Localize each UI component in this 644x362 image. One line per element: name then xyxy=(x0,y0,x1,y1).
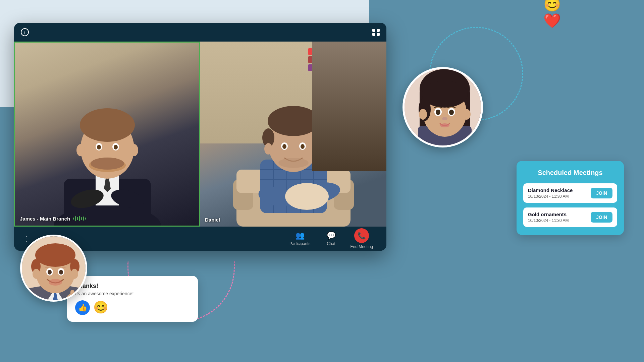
svg-point-50 xyxy=(419,109,427,120)
svg-point-39 xyxy=(264,143,272,155)
avatar-woman xyxy=(402,67,483,147)
meeting-item-0: Diamond Necklace 10/10/2024 - 11:30 AM J… xyxy=(523,183,617,203)
svg-point-29 xyxy=(285,183,329,210)
svg-point-55 xyxy=(449,110,454,115)
end-meeting-icon: 📞 xyxy=(354,228,369,243)
daniel-name: Daniel xyxy=(205,217,220,223)
chat-label: Chat xyxy=(327,241,335,246)
svg-point-37 xyxy=(301,144,305,149)
svg-point-36 xyxy=(282,144,286,149)
svg-point-12 xyxy=(114,145,118,149)
chat-bubble-title: Thanks! xyxy=(75,283,190,290)
scheduled-title: Scheduled Meetings xyxy=(523,169,617,177)
meeting-info-0: Diamond Necklace 10/10/2024 - 11:30 AM xyxy=(528,187,591,199)
join-button-0[interactable]: JOIN xyxy=(591,188,612,198)
woman-figure-svg xyxy=(405,69,483,147)
video-tile-daniel: Daniel xyxy=(200,42,386,227)
meeting-name-1: Gold ornaments xyxy=(528,212,591,217)
james-name: James - Main Branch xyxy=(20,216,70,222)
video-conference-window: i xyxy=(14,23,386,251)
like-emoji[interactable]: 👍 xyxy=(75,300,90,315)
layout-icon[interactable] xyxy=(372,29,380,36)
svg-point-54 xyxy=(436,110,440,115)
window-topbar: i xyxy=(14,23,386,42)
svg-point-57 xyxy=(440,123,449,127)
meeting-name-0: Diamond Necklace xyxy=(528,187,591,193)
james-label: James - Main Branch xyxy=(20,216,86,222)
audio-wave xyxy=(73,216,86,222)
end-meeting-button[interactable]: 📞 End Meeting xyxy=(344,226,380,251)
chat-bubble-subtitle: Its an awesome experience! xyxy=(75,291,190,296)
svg-point-68 xyxy=(33,269,40,279)
more-icon: ⋮ xyxy=(23,235,30,242)
join-button-1[interactable]: JOIN xyxy=(591,212,612,223)
svg-point-38 xyxy=(278,158,309,168)
svg-point-15 xyxy=(130,144,138,156)
svg-point-74 xyxy=(49,279,62,286)
chat-icon: 💬 xyxy=(327,231,336,240)
svg-point-7 xyxy=(80,108,135,142)
meeting-time-0: 10/10/2024 - 11:30 AM xyxy=(528,194,591,199)
daniel-label: Daniel xyxy=(205,217,220,223)
scheduled-meetings-panel: Scheduled Meetings Diamond Necklace 10/1… xyxy=(517,161,624,235)
end-meeting-label: End Meeting xyxy=(351,244,373,249)
shelf-decoration xyxy=(308,42,386,162)
info-icon[interactable]: i xyxy=(21,28,29,36)
svg-point-13 xyxy=(91,158,124,170)
james-figure xyxy=(44,85,171,226)
emoji-reaction-badge: 😊❤️ xyxy=(543,0,561,29)
svg-point-73 xyxy=(59,270,63,275)
svg-point-14 xyxy=(76,144,85,156)
svg-point-56 xyxy=(442,117,447,120)
smile-emoji: 😊 xyxy=(93,300,108,315)
svg-point-11 xyxy=(97,145,101,149)
svg-point-51 xyxy=(463,109,471,120)
svg-point-40 xyxy=(315,143,323,155)
svg-point-31 xyxy=(268,106,319,136)
participants-icon: 👥 xyxy=(296,231,305,240)
meeting-info-1: Gold ornaments 10/10/2024 - 11:30 AM xyxy=(528,212,591,223)
avatar-man xyxy=(20,235,87,302)
svg-point-65 xyxy=(35,243,75,267)
daniel-figure xyxy=(230,86,357,227)
video-grid: James - Main Branch xyxy=(14,42,386,227)
meeting-item-1: Gold ornaments 10/10/2024 - 11:30 AM JOI… xyxy=(523,207,617,227)
svg-point-72 xyxy=(48,270,52,275)
video-tile-james: James - Main Branch xyxy=(14,42,200,227)
chat-button[interactable]: 💬 Chat xyxy=(319,229,344,249)
svg-point-33 xyxy=(313,128,325,147)
meeting-time-1: 10/10/2024 - 11:30 AM xyxy=(528,218,591,223)
svg-point-69 xyxy=(71,269,78,279)
participants-button[interactable]: 👥 Participants xyxy=(281,229,319,249)
chat-bubble: Thanks! Its an awesome experience! 👍 😊 xyxy=(67,276,198,322)
chat-emojis: 👍 😊 xyxy=(75,300,190,315)
participants-label: Participants xyxy=(289,241,311,246)
